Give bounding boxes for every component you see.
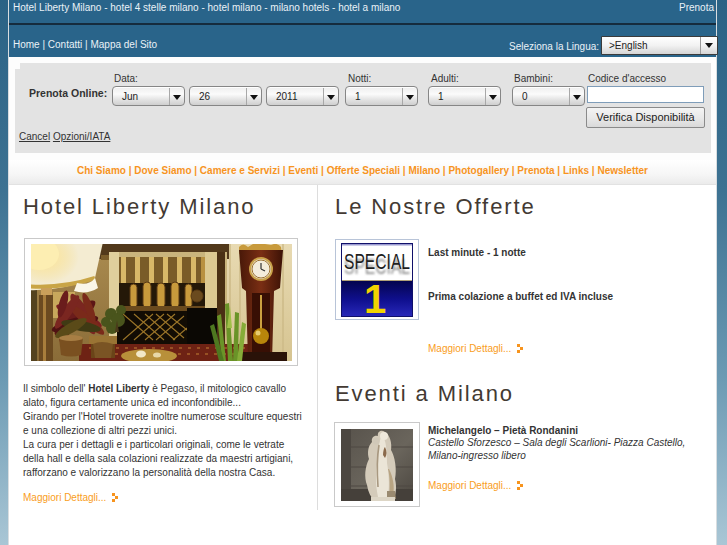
svg-text:1: 1 [364, 277, 386, 317]
svg-text:SPECIAL: SPECIAL [344, 249, 410, 274]
